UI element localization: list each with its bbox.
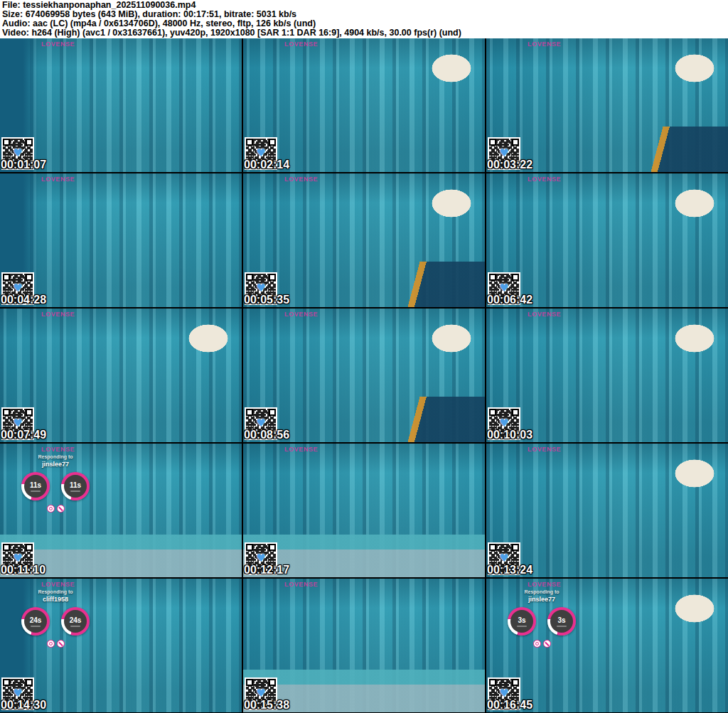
- timestamp-label: 00:13:24: [487, 564, 532, 577]
- timestamp-label: 00:11:10: [1, 564, 46, 577]
- heart-icon: ♥: [13, 553, 22, 564]
- lovense-watermark: LOVENSE: [284, 581, 318, 588]
- lovense-mute-icon: [543, 640, 551, 648]
- lovense-watermark: LOVENSE: [528, 41, 561, 48]
- heart-icon: ♥: [256, 148, 265, 159]
- lovense-timer-badge: 3s: [508, 607, 536, 636]
- lovense-watermark: LOVENSE: [528, 311, 561, 318]
- timestamp-label: 00:05:35: [244, 294, 289, 306]
- lovense-overlay: Responding tojinslee773s3s: [492, 589, 592, 648]
- timestamp-label: 00:08:56: [244, 429, 289, 441]
- lovense-watermark: LOVENSE: [41, 446, 75, 453]
- heart-icon: ♥: [499, 553, 508, 564]
- timer-badges: 11s11s: [21, 472, 90, 500]
- lovense-timer-badge: 3s: [547, 607, 576, 636]
- video-thumbnail: LOVENSE♥00:06:42: [486, 173, 728, 307]
- heart-icon: ♥: [13, 283, 22, 294]
- heart-icon: ♥: [256, 688, 265, 699]
- heart-icon: ♥: [13, 418, 22, 429]
- lovense-watermark: LOVENSE: [528, 176, 561, 183]
- lovense-watermark: LOVENSE: [528, 446, 561, 453]
- video-thumbnail: LOVENSE♥00:01:07: [0, 38, 242, 172]
- timestamp-label: 00:07:49: [1, 429, 46, 441]
- responding-username: jinslee77: [42, 461, 69, 468]
- lovense-mute-icon: [57, 640, 65, 648]
- lovense-timer-badge: 11s: [61, 472, 90, 500]
- video-thumbnail: LOVENSEResponding tojinslee773s3s♥00:16:…: [486, 579, 728, 712]
- video-info-line: Video: h264 (High) (avc1 / 0x31637661), …: [2, 28, 728, 38]
- video-thumbnail: LOVENSE♥00:10:03: [486, 309, 728, 442]
- timer-seconds: 3s: [510, 610, 533, 633]
- lovense-watermark: LOVENSE: [284, 446, 318, 453]
- heart-icon: ♥: [13, 688, 22, 699]
- video-thumbnail: LOVENSE♥00:03:22: [486, 38, 728, 172]
- lovense-watermark: LOVENSE: [528, 581, 561, 588]
- video-thumbnail: LOVENSE♥00:12:17: [243, 444, 485, 577]
- timer-seconds: 3s: [550, 610, 573, 633]
- timestamp-label: 00:15:38: [244, 699, 289, 712]
- timestamp-label: 00:06:42: [487, 294, 532, 306]
- video-thumbnail: LOVENSE♥00:08:56: [243, 309, 485, 442]
- video-thumbnail: LOVENSE♥00:13:24: [486, 444, 728, 577]
- heart-icon: ♥: [499, 418, 508, 429]
- timer-badges: 3s3s: [508, 607, 576, 636]
- heart-icon: ♥: [256, 418, 265, 429]
- video-thumbnail: LOVENSEResponding tocliff195824s24s♥00:1…: [0, 579, 242, 712]
- timestamp-label: 00:12:17: [244, 564, 289, 577]
- lovense-watermark: LOVENSE: [41, 41, 75, 48]
- lovense-target-icon: [533, 640, 541, 648]
- heart-icon: ♥: [256, 553, 265, 564]
- lovense-timer-badge: 11s: [21, 472, 50, 500]
- heart-icon: ♥: [13, 148, 22, 159]
- timestamp-label: 00:01:07: [1, 159, 46, 171]
- thumbnail-grid: LOVENSE♥00:01:07LOVENSE♥00:02:14LOVENSE♥…: [0, 38, 728, 712]
- video-thumbnail: LOVENSE♥00:04:28: [0, 173, 242, 307]
- lovense-target-icon: [47, 640, 55, 648]
- mini-icons: [47, 640, 65, 648]
- lovense-target-icon: [47, 505, 55, 513]
- video-thumbnail: LOVENSE♥00:05:35: [243, 173, 485, 307]
- mini-icons: [533, 640, 551, 648]
- lovense-watermark: LOVENSE: [284, 176, 318, 183]
- responding-label: Responding to: [525, 589, 560, 594]
- heart-icon: ♥: [499, 283, 508, 294]
- heart-icon: ♥: [256, 283, 265, 294]
- lovense-watermark: LOVENSE: [284, 311, 318, 318]
- lovense-mute-icon: [57, 505, 65, 513]
- lovense-timer-badge: 24s: [21, 607, 50, 636]
- responding-username: cliff1958: [43, 596, 68, 603]
- responding-label: Responding to: [38, 589, 73, 594]
- timer-seconds: 24s: [24, 610, 47, 633]
- timer-seconds: 11s: [64, 475, 87, 498]
- responding-username: jinslee77: [528, 596, 555, 603]
- lovense-overlay: Responding tojinslee7711s11s: [6, 454, 105, 513]
- responding-label: Responding to: [38, 454, 73, 459]
- heart-icon: ♥: [499, 148, 508, 159]
- video-thumbnail: LOVENSEResponding tojinslee7711s11s♥00:1…: [0, 444, 242, 577]
- timer-seconds: 11s: [24, 475, 47, 498]
- timestamp-label: 00:10:03: [487, 429, 532, 441]
- timestamp-label: 00:02:14: [244, 159, 289, 171]
- timestamp-label: 00:03:22: [487, 159, 532, 171]
- lovense-timer-badge: 24s: [61, 607, 90, 636]
- lovense-watermark: LOVENSE: [41, 311, 75, 318]
- video-thumbnail: LOVENSE♥00:07:49: [0, 309, 242, 442]
- video-thumbnail: LOVENSE♥00:02:14: [243, 38, 485, 172]
- timestamp-label: 00:14:30: [1, 699, 46, 712]
- timer-seconds: 24s: [64, 610, 87, 633]
- heart-icon: ♥: [499, 688, 508, 699]
- timestamp-label: 00:16:45: [487, 699, 532, 712]
- timer-badges: 24s24s: [21, 607, 90, 636]
- timestamp-label: 00:04:28: [1, 294, 46, 306]
- lovense-watermark: LOVENSE: [41, 176, 75, 183]
- mini-icons: [47, 505, 65, 513]
- media-info-header: File: tessiekhanponaphan_202511090036.mp…: [0, 0, 728, 38]
- video-thumbnail: LOVENSE♥00:15:38: [243, 579, 485, 712]
- lovense-watermark: LOVENSE: [41, 581, 75, 588]
- lovense-overlay: Responding tocliff195824s24s: [6, 589, 105, 648]
- lovense-watermark: LOVENSE: [284, 41, 318, 48]
